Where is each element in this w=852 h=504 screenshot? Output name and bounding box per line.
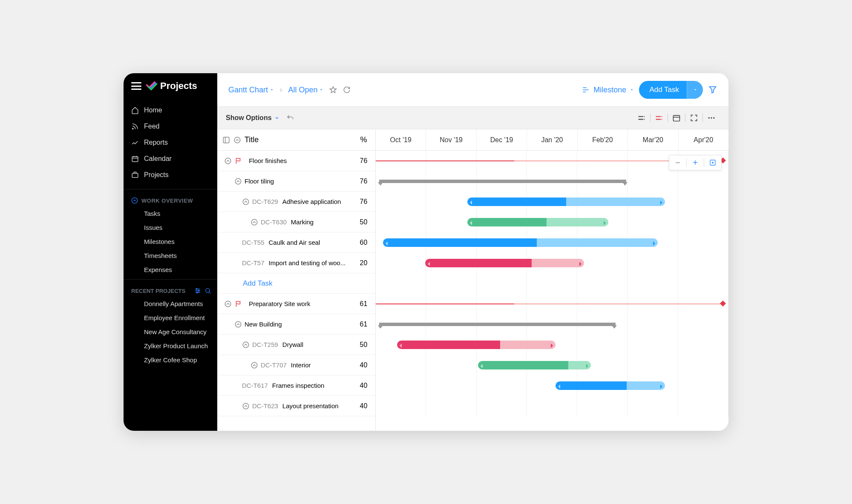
groupby-selector[interactable]: Milestone [581,86,634,94]
caret-up-icon[interactable] [242,402,250,410]
sidebar: Projects Home Feed Reports Calendar [124,73,217,431]
drag-right-icon[interactable] [652,241,656,246]
svg-rect-2 [132,173,138,178]
filter-icon[interactable] [708,85,717,94]
show-options-toggle[interactable]: Show Options [226,114,279,122]
drag-left-icon[interactable] [469,220,473,226]
recent-project-item[interactable]: New Age Consultancy [124,325,217,339]
refresh-icon[interactable] [343,86,351,94]
recent-project-item[interactable]: Zylker Product Launch [124,339,217,353]
nav-issues[interactable]: Issues [124,220,217,235]
add-task-inline[interactable]: Add Task [217,279,352,288]
collapse-all-icon[interactable] [233,136,241,144]
drag-right-icon[interactable] [550,343,553,348]
svg-point-7 [206,289,210,292]
task-percent: 76 [352,178,375,185]
task-row[interactable]: DC-T630Marking50 [217,212,375,232]
more-options[interactable] [703,111,720,125]
caret-up-icon[interactable] [224,300,232,308]
drag-right-icon[interactable] [585,364,589,369]
task-row[interactable]: DC-T617Frames inspection40 [217,375,375,396]
search-icon[interactable] [204,287,211,294]
task-row[interactable]: DC-T629Adhesive application76 [217,192,375,212]
task-row[interactable]: DC-T55Caulk and Air seal60 [217,232,375,253]
logo-checkmark-icon [146,80,158,92]
star-icon[interactable] [329,86,337,94]
gantt-bar[interactable] [556,381,665,390]
fit-button[interactable] [704,155,721,170]
task-row[interactable]: Preparatory Site work61 [217,294,375,314]
drag-right-icon[interactable] [603,220,606,226]
task-percent: 76 [352,157,375,165]
svg-point-17 [251,219,257,225]
zoom-out-button[interactable]: − [669,155,686,170]
add-task-button[interactable]: Add Task [639,81,703,99]
task-row[interactable]: New Building61 [217,314,375,335]
caret-up-icon[interactable] [250,361,258,369]
section-work-overview[interactable]: WORK OVERVIEW [124,192,217,206]
nav-calendar[interactable]: Calendar [124,151,217,167]
caret-up-icon[interactable] [242,198,250,206]
layout-option-2[interactable] [651,111,668,125]
drag-right-icon[interactable] [659,384,663,389]
gantt-bar[interactable] [467,218,608,226]
nav-home[interactable]: Home [124,102,217,118]
fullscreen-button[interactable] [685,111,702,125]
recent-project-item[interactable]: Donnelly Apartments [124,297,217,311]
layout-option-1[interactable] [633,111,650,125]
add-task-dropdown[interactable] [687,81,703,99]
recent-project-item[interactable]: Employee Enrollment [124,311,217,325]
nav-expenses[interactable]: Expenses [124,263,217,277]
column-settings-icon[interactable] [222,136,230,144]
drag-right-icon[interactable] [659,200,663,205]
caret-up-icon[interactable] [250,218,258,226]
gantt-bar[interactable] [425,259,584,267]
gantt-bar[interactable] [383,238,658,247]
drag-right-icon[interactable] [579,261,582,266]
bar-row [376,375,728,396]
svg-point-14 [225,158,231,164]
milestone-flag-icon [234,300,242,308]
task-row[interactable]: Floor finishes76 [217,151,375,171]
gantt-bar[interactable] [467,198,665,206]
undo-icon[interactable] [286,114,294,122]
today-button[interactable] [668,111,685,125]
task-row[interactable]: Floor tiling76 [217,171,375,192]
gantt-timeline[interactable]: Oct '19Nov '19Dec '19Jan '20Feb'20Mar'20… [376,129,728,431]
view-selector[interactable]: Gantt Chart [228,86,274,94]
drag-left-icon[interactable] [385,241,389,246]
title-column-header: Title [245,135,259,144]
zoom-in-button[interactable]: + [687,155,704,170]
recent-project-item[interactable]: Zylker Cofee Shop [124,353,217,367]
bar-row [376,192,728,212]
nav-feed[interactable]: Feed [124,118,217,135]
task-row[interactable]: DC-T623Layout presentation40 [217,396,375,416]
drag-left-icon[interactable] [480,364,484,369]
caret-up-icon[interactable] [242,341,250,349]
task-row[interactable]: Add Task [217,273,375,294]
caret-up-icon[interactable] [234,321,242,328]
task-percent: 20 [352,259,375,267]
caret-up-icon[interactable] [234,178,242,185]
task-percent: 50 [352,218,375,226]
filter-selector[interactable]: All Open [288,86,323,94]
sliders-icon[interactable] [194,287,201,294]
menu-toggle[interactable] [131,82,141,90]
nav-milestones[interactable]: Milestones [124,235,217,249]
drag-left-icon[interactable] [469,200,473,205]
gantt-bar[interactable] [397,341,556,349]
nav-timesheets[interactable]: Timesheets [124,249,217,263]
gantt-bar[interactable] [478,361,591,369]
nav-tasks[interactable]: Tasks [124,206,217,220]
drag-left-icon[interactable] [427,261,431,266]
task-row[interactable]: DC-T259Drywall50 [217,335,375,355]
nav-reports[interactable]: Reports [124,135,217,151]
section-recent-projects: RECENT PROJECTS [124,282,217,297]
task-row[interactable]: DC-T707Interior40 [217,355,375,375]
drag-left-icon[interactable] [558,384,561,389]
task-row[interactable]: DC-T57Import and testing of woo...20 [217,253,375,273]
drag-left-icon[interactable] [399,343,403,348]
nav-projects[interactable]: Projects [124,167,217,183]
caret-up-icon[interactable] [224,157,232,165]
svg-point-18 [225,301,231,307]
